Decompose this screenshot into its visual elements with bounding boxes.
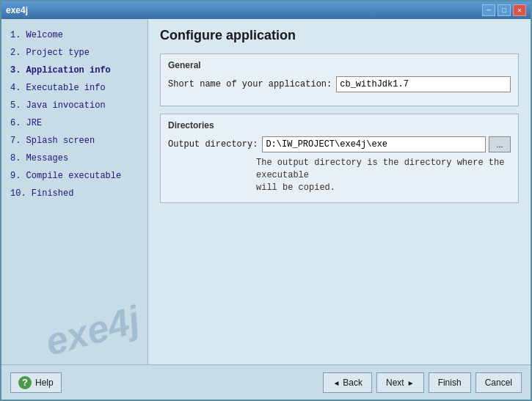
back-label: Back: [343, 378, 362, 388]
directories-section-title: Directories: [168, 120, 511, 130]
finish-button[interactable]: Finish: [429, 372, 471, 393]
back-arrow-icon: [332, 378, 340, 388]
watermark: exe4j: [41, 300, 143, 361]
general-section: General Short name of your application:: [160, 54, 519, 106]
short-name-label: Short name of your application:: [168, 79, 332, 89]
bottom-right: Back Next Finish Cancel: [323, 372, 522, 393]
sidebar-item-java-invocation[interactable]: 5. Java invocation: [7, 97, 142, 114]
next-button[interactable]: Next: [376, 372, 424, 393]
content-area: Configure application General Short name…: [148, 19, 531, 364]
sidebar: 1. Welcome 2. Project type 3. Applicatio…: [1, 19, 148, 364]
output-dir-input[interactable]: [262, 136, 486, 152]
cancel-label: Cancel: [485, 378, 512, 388]
output-dir-row: Output directory: ...: [168, 136, 511, 152]
main-window: exe4j ─ □ ✕ 1. Welcome 2. Project type 3…: [0, 0, 532, 401]
minimize-button[interactable]: ─: [482, 4, 495, 16]
window-title: exe4j: [6, 5, 28, 15]
short-name-input[interactable]: [336, 76, 511, 92]
directories-section: Directories Output directory: ... The ou…: [160, 114, 519, 203]
sidebar-item-finished[interactable]: 10. Finished: [7, 185, 142, 202]
sidebar-item-application-info[interactable]: 3. Application info: [7, 62, 142, 79]
back-button[interactable]: Back: [323, 372, 372, 393]
short-name-row: Short name of your application:: [168, 76, 511, 92]
sidebar-item-compile-executable[interactable]: 9. Compile executable: [7, 167, 142, 185]
finish-label: Finish: [438, 378, 462, 388]
help-button[interactable]: ? Help: [10, 372, 62, 393]
maximize-button[interactable]: □: [498, 4, 511, 16]
output-dir-field-group: ...: [262, 136, 511, 152]
sidebar-item-welcome[interactable]: 1. Welcome: [7, 26, 142, 44]
help-icon: ?: [18, 376, 32, 389]
titlebar: exe4j ─ □ ✕: [1, 1, 531, 19]
close-button[interactable]: ✕: [513, 4, 526, 16]
sidebar-item-jre[interactable]: 6. JRE: [7, 114, 142, 132]
main-area: 1. Welcome 2. Project type 3. Applicatio…: [1, 19, 531, 364]
browse-button[interactable]: ...: [489, 136, 511, 152]
sidebar-item-splash-screen[interactable]: 7. Splash screen: [7, 132, 142, 150]
sidebar-item-executable-info[interactable]: 4. Executable info: [7, 79, 142, 97]
next-arrow-icon: [407, 378, 415, 388]
bottom-left: ? Help: [10, 372, 62, 393]
output-dir-label: Output directory:: [168, 139, 258, 150]
bottom-bar: ? Help Back Next Finish Cancel: [1, 364, 531, 400]
general-section-title: General: [168, 60, 511, 70]
titlebar-controls: ─ □ ✕: [482, 4, 526, 16]
page-title: Configure application: [160, 28, 519, 43]
cancel-button[interactable]: Cancel: [475, 372, 522, 393]
output-dir-help: The output directory is the directory wh…: [256, 157, 511, 194]
help-label: Help: [35, 378, 54, 388]
next-label: Next: [386, 378, 404, 388]
sidebar-item-messages[interactable]: 8. Messages: [7, 150, 142, 167]
sidebar-item-project-type[interactable]: 2. Project type: [7, 44, 142, 62]
